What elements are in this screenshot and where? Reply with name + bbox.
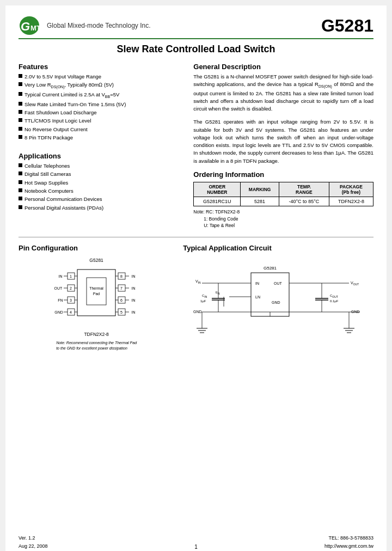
svg-text:7: 7 [120,286,122,290]
list-item: TTL/CMOS Input Logic Level [19,117,185,124]
general-description-para1: The G5281 is a N-channel MOSFET power sw… [193,73,373,113]
logo-icon: G MT [19,15,42,36]
website: http://www.gmt.com.tw [324,542,373,550]
svg-text:CIN: CIN [202,294,207,298]
app-text: Hot Swap Supplies [24,179,68,186]
bullet-icon [19,197,22,200]
svg-text:G: G [21,20,30,33]
footer-right: TEL: 886-3-5788833 http://www.gmt.com.tw [324,534,373,550]
list-item: No Reverse Output Current [19,126,185,133]
svg-text:OUT: OUT [54,286,63,290]
svg-text:GND: GND [272,301,280,304]
typical-app-title: Typical Application Circuit [183,244,373,252]
page-number: 1 [194,544,198,550]
svg-text:5: 5 [120,310,122,314]
svg-text:IN: IN [59,274,63,278]
svg-text:COUT: COUT [330,294,338,298]
app-text: Cellular Telephones [24,162,70,169]
general-description-para2: The G5281 operates with an input voltage… [193,118,373,165]
svg-text:IN: IN [132,274,136,278]
datasheet-page: G MT Global Mixed-mode Technology Inc. G… [5,5,387,551]
chip-label: G5281 [89,258,103,263]
svg-text:IN: IN [132,310,136,314]
svg-text:6: 6 [120,298,122,302]
bottom-content: Pin Configuration G5281 Thermal Pad 1 [19,244,373,366]
list-item: Personal Digital Assistants (PDAs) [19,204,185,211]
list-item: Very Low RDS(ON), Typically 80mΩ (5V) [19,81,185,90]
svg-text:G5281: G5281 [264,266,277,271]
svg-text:MT: MT [30,24,41,32]
pin-diagram: G5281 Thermal Pad 1 IN [19,258,174,351]
svg-text:8: 8 [120,274,122,278]
bullet-icon [19,102,22,106]
list-item: Notebook Computers [19,187,185,194]
pin-configuration-section: Pin Configuration G5281 Thermal Pad 1 [19,244,174,366]
svg-text:4: 4 [70,310,72,314]
table-row: G5281RC1U 5281 -40°C to 85°C TDFN2X2-8 [194,197,373,206]
tel: TEL: 886-3-5788833 [324,534,373,542]
svg-text:OUT: OUT [274,281,283,285]
col-header-order: ORDERNUMBER [194,182,241,197]
app-text: Digital Still Cameras [24,170,71,177]
applications-title: Applications [19,152,185,160]
app-text: Personal Digital Assistants (PDAs) [24,204,103,211]
package: TDFN2X2-8 [329,197,373,206]
list-item: Fast Shutdown Load Discharge [19,109,185,116]
svg-text:Pad: Pad [93,292,100,296]
app-circuit-svg: G5281 IN OUT LN GND VIN VOU [191,263,365,361]
bullet-icon [19,74,22,78]
svg-rect-4 [87,278,106,305]
svg-text:0.1μF: 0.1μF [330,299,339,303]
svg-text:VOUT: VOUT [351,281,359,286]
bullet-icon [19,110,22,114]
svg-text:IN: IN [132,286,136,290]
svg-text:VIN: VIN [195,279,201,284]
marking: 5281 [241,197,279,206]
product-title: Slew Rate Controlled Load Switch [19,44,373,55]
list-item: Cellular Telephones [19,162,185,169]
svg-text:Thermal: Thermal [89,286,103,290]
list-item: Digital Still Cameras [19,170,185,177]
general-description-title: General Description [193,63,373,71]
list-item: Typical Current Limited is 2.5A at VBB=5… [19,91,185,100]
list-item: Hot Swap Supplies [19,179,185,186]
left-column: Features 2.0V to 5.5V Input Voltage Rang… [19,63,185,229]
order-number: G5281RC1U [194,197,241,206]
svg-text:GND: GND [54,310,63,314]
bullet-icon [19,92,22,96]
svg-rect-40 [251,273,289,316]
bullet-icon [19,172,22,175]
feature-text: No Reverse Output Current [24,126,88,133]
feature-text: Typical Current Limited is 2.5A at VBB=5… [24,91,119,100]
main-content: Features 2.0V to 5.5V Input Voltage Rang… [19,63,373,229]
version: Ver. 1.2 [19,534,48,542]
svg-text:IN: IN [255,281,259,285]
pin-diagram-svg: Thermal Pad 1 IN 2 OUT 3 [53,264,140,329]
package-label: TDFN2X2-8 [84,332,108,337]
bullet-icon [19,188,22,192]
header-divider [19,38,373,39]
right-column: General Description The G5281 is a N-cha… [193,63,373,229]
col-header-temp: TEMP.RANGE [279,182,329,197]
app-circuit-diagram: G5281 IN OUT LN GND VIN VOU [183,258,373,361]
svg-text:3: 3 [70,298,72,302]
svg-text:FN: FN [58,298,63,302]
bullet-icon [19,127,22,131]
svg-text:GND: GND [193,310,202,314]
feature-text: TTL/CMOS Input Logic Level [24,117,91,124]
header: G MT Global Mixed-mode Technology Inc. G… [19,15,373,36]
svg-text:IN: IN [132,298,136,302]
part-number: G5281 [321,16,373,36]
applications-list: Cellular Telephones Digital Still Camera… [19,162,185,211]
svg-text:1μF: 1μF [200,299,206,303]
svg-text:LN: LN [255,295,260,299]
list-item: 2.0V to 5.5V Input Voltage Range [19,73,185,80]
svg-text:EN: EN [216,291,220,295]
bullet-icon [19,135,22,139]
feature-text: 2.0V to 5.5V Input Voltage Range [24,73,101,80]
col-header-marking: MARKING [241,182,279,197]
svg-text:1: 1 [70,274,72,278]
page-footer: Ver. 1.2 Aug 22, 2008 1 TEL: 886-3-57888… [19,534,373,550]
ordering-table: ORDERNUMBER MARKING TEMP.RANGE PACKAGE(P… [193,182,373,206]
footer-left: Ver. 1.2 Aug 22, 2008 [19,534,48,550]
